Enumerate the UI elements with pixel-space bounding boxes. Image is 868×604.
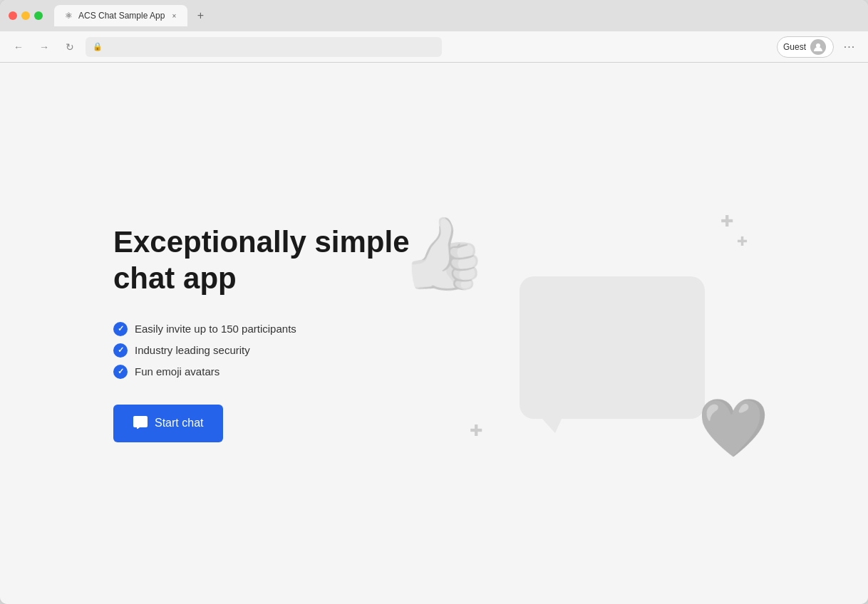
tab-bar: ⚛ ACS Chat Sample App × +	[54, 5, 859, 26]
plus-decoration-2: ✚	[737, 234, 748, 249]
list-item: Industry leading security	[113, 343, 427, 358]
reload-button[interactable]: ↻	[60, 37, 80, 57]
maximize-button[interactable]	[34, 11, 43, 20]
thumbs-up-icon: 👍	[395, 209, 491, 300]
tab-title: ACS Chat Sample App	[78, 11, 165, 21]
features-list: Easily invite up to 150 participants Ind…	[113, 322, 427, 379]
left-content: Exceptionally simple chat app Easily inv…	[113, 224, 427, 442]
new-tab-button[interactable]: +	[190, 6, 210, 26]
content-wrapper: Exceptionally simple chat app Easily inv…	[113, 198, 755, 469]
address-input[interactable]	[107, 42, 435, 52]
back-button[interactable]: ←	[9, 37, 29, 57]
check-icon	[113, 322, 128, 336]
start-chat-label: Start chat	[155, 417, 203, 429]
chat-icon	[133, 415, 148, 432]
nav-bar: ← → ↻ 🔒 Guest ···	[0, 31, 868, 63]
feature-1: Easily invite up to 150 participants	[135, 323, 296, 335]
page-content: Exceptionally simple chat app Easily inv…	[0, 63, 868, 604]
close-button[interactable]	[9, 11, 17, 20]
speech-bubble	[520, 276, 705, 419]
tab-close-button[interactable]: ×	[169, 11, 179, 21]
tab-favicon: ⚛	[63, 10, 74, 21]
minimize-button[interactable]	[21, 11, 30, 20]
nav-right: Guest ···	[777, 36, 859, 58]
feature-2: Industry leading security	[135, 344, 250, 356]
check-icon	[113, 365, 128, 379]
traffic-lights	[9, 11, 43, 20]
plus-decoration-3: ✚	[470, 422, 482, 440]
main-heading: Exceptionally simple chat app	[113, 224, 427, 296]
active-tab[interactable]: ⚛ ACS Chat Sample App ×	[54, 5, 187, 26]
lock-icon: 🔒	[93, 42, 103, 51]
title-bar: ⚛ ACS Chat Sample App × +	[0, 0, 868, 31]
heart-icon: ❤️	[698, 395, 769, 462]
list-item: Fun emoji avatars	[113, 365, 427, 379]
start-chat-button[interactable]: Start chat	[113, 405, 223, 442]
guest-button[interactable]: Guest	[777, 36, 834, 58]
browser-window: ⚛ ACS Chat Sample App × + ← → ↻ 🔒 Guest …	[0, 0, 868, 604]
guest-label: Guest	[783, 42, 806, 52]
feature-3: Fun emoji avatars	[135, 365, 219, 378]
check-icon	[113, 343, 128, 358]
list-item: Easily invite up to 150 participants	[113, 322, 427, 336]
plus-decoration-1: ✚	[720, 212, 733, 231]
more-options-button[interactable]: ···	[839, 37, 859, 57]
address-bar[interactable]: 🔒	[86, 37, 442, 57]
heading-line2: chat app	[113, 261, 237, 295]
guest-avatar	[810, 39, 826, 55]
heading-line1: Exceptionally simple	[113, 225, 410, 259]
forward-button[interactable]: →	[34, 37, 54, 57]
right-illustration: 👍 ❤️ ✚ ✚ ✚	[427, 198, 755, 469]
